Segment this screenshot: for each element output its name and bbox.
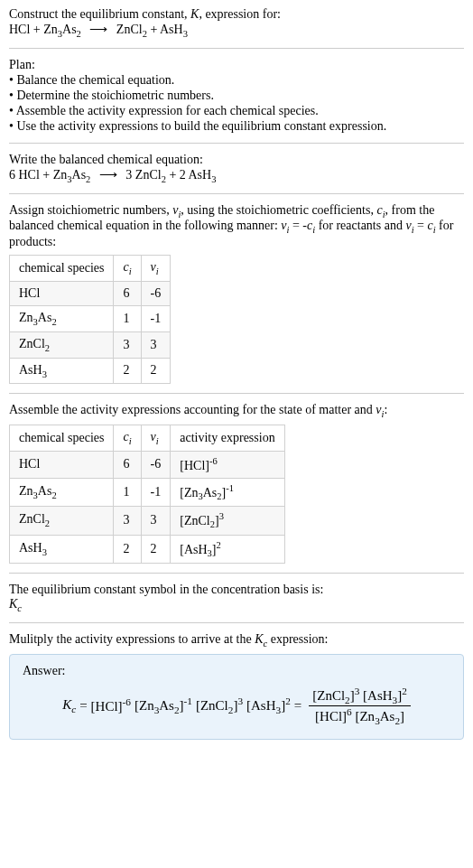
multiply-text: Mulitply the activity expressions to arr… bbox=[9, 632, 464, 649]
divider bbox=[9, 573, 464, 574]
plan-bullet-3: • Assemble the activity expression for e… bbox=[9, 104, 464, 118]
stoich-table: chemical species ci νi HCl 6 -6 Zn3As2 1… bbox=[9, 255, 171, 384]
col-species: chemical species bbox=[10, 425, 114, 452]
plan-title: Plan: bbox=[9, 58, 464, 72]
answer-title: Answer: bbox=[23, 664, 450, 678]
col-ci: ci bbox=[114, 425, 141, 452]
table-row: ZnCl2 3 3 [ZnCl2]3 bbox=[10, 507, 285, 535]
divider bbox=[9, 393, 464, 394]
balanced-equation: 6 HCl + Zn3As2 ⟶ 3 ZnCl2 + 2 AsH3 bbox=[9, 167, 464, 184]
balanced-title: Write the balanced chemical equation: bbox=[9, 153, 464, 167]
col-vi: νi bbox=[141, 425, 171, 452]
divider bbox=[9, 48, 464, 49]
activity-text: Assemble the activity expressions accoun… bbox=[9, 403, 464, 419]
divider bbox=[9, 622, 464, 623]
plan-bullet-2: • Determine the stoichiometric numbers. bbox=[9, 89, 464, 103]
table-header-row: chemical species ci νi activity expressi… bbox=[10, 425, 285, 452]
multiply-section: Mulitply the activity expressions to arr… bbox=[9, 632, 464, 740]
table-header-row: chemical species ci νi bbox=[10, 256, 171, 282]
table-row: Zn3As2 1 -1 bbox=[10, 305, 171, 331]
construct-line: Construct the equilibrium constant, K, e… bbox=[9, 7, 464, 22]
plan-section: Plan: • Balance the chemical equation. •… bbox=[9, 58, 464, 134]
table-row: AsH3 2 2 [AsH3]2 bbox=[10, 535, 285, 563]
table-row: Zn3As2 1 -1 [Zn3As2]-1 bbox=[10, 478, 285, 506]
kc-expression: Kc = [HCl]-6 [Zn3As2]-1 [ZnCl2]3 [AsH3]2… bbox=[23, 686, 450, 726]
plan-bullet-4: • Use the activity expressions to build … bbox=[9, 119, 464, 134]
plan-bullet-1: • Balance the chemical equation. bbox=[9, 73, 464, 88]
kc-symbol-section: The equilibrium constant symbol in the c… bbox=[9, 583, 464, 613]
col-vi: νi bbox=[141, 256, 171, 282]
col-species: chemical species bbox=[10, 256, 114, 282]
table-row: ZnCl2 3 3 bbox=[10, 331, 171, 358]
table-row: HCl 6 -6 bbox=[10, 281, 171, 305]
unbalanced-equation: HCl + Zn3As2 ⟶ ZnCl2 + AsH3 bbox=[9, 22, 464, 39]
kc-symbol-text: The equilibrium constant symbol in the c… bbox=[9, 583, 464, 597]
prompt-header: Construct the equilibrium constant, K, e… bbox=[9, 7, 464, 39]
divider bbox=[9, 143, 464, 144]
col-activity: activity expression bbox=[171, 425, 284, 452]
table-row: HCl 6 -6 [HCl]-6 bbox=[10, 451, 285, 478]
assign-section: Assign stoichiometric numbers, νi, using… bbox=[9, 203, 464, 385]
balanced-section: Write the balanced chemical equation: 6 … bbox=[9, 153, 464, 184]
answer-box: Answer: Kc = [HCl]-6 [Zn3As2]-1 [ZnCl2]3… bbox=[9, 654, 464, 740]
table-row: AsH3 2 2 bbox=[10, 358, 171, 384]
col-ci: ci bbox=[114, 256, 141, 282]
divider bbox=[9, 193, 464, 194]
kc-symbol: Kc bbox=[9, 597, 464, 613]
activity-section: Assemble the activity expressions accoun… bbox=[9, 403, 464, 564]
assign-text: Assign stoichiometric numbers, νi, using… bbox=[9, 203, 464, 250]
activity-table: chemical species ci νi activity expressi… bbox=[9, 425, 285, 564]
